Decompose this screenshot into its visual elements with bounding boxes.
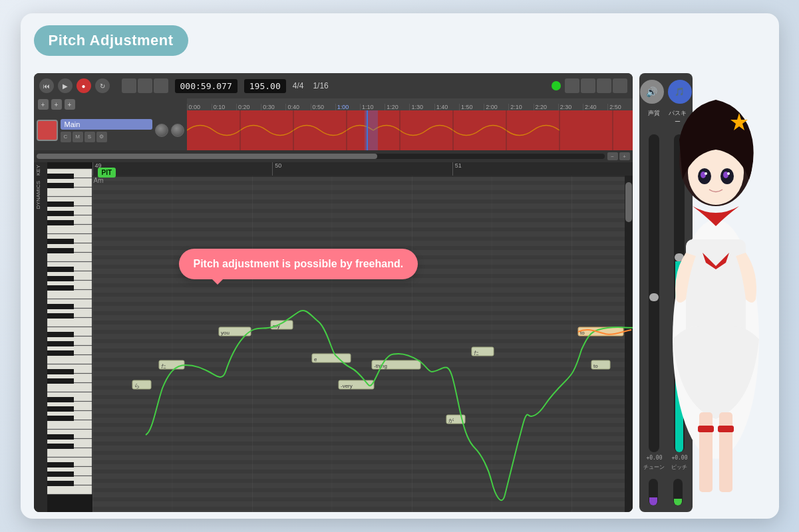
add-button-2[interactable]: + xyxy=(51,99,62,110)
svg-text:-very: -very xyxy=(341,383,353,389)
track-settings-button[interactable]: ⚙ xyxy=(96,132,107,142)
ruler-tick: 1:10 xyxy=(360,104,385,110)
tracks-area: Main C M S ⚙ xyxy=(34,110,633,150)
transport-bar: ⏮ ▶ ● ↻ 000:59.077 195.00 4/4 1/16 xyxy=(34,73,633,98)
svg-rect-70 xyxy=(47,471,74,477)
play-button[interactable]: ▶ xyxy=(58,78,73,93)
ruler-tick: 2:50 xyxy=(607,104,632,110)
ruler-tick: 2:40 xyxy=(583,104,607,110)
ruler: 0:00 0:10 0:20 0:30 0:40 0:50 1:00 1:10 … xyxy=(187,98,633,110)
svg-rect-69 xyxy=(47,462,74,467)
ruler-tick: 2:30 xyxy=(558,104,583,110)
track-header-spacer: + + + xyxy=(34,98,187,110)
svg-rect-106 xyxy=(699,412,713,492)
grid-size: 1/16 xyxy=(313,81,328,90)
pan-knob[interactable] xyxy=(171,124,184,137)
ruler-tick: 2:20 xyxy=(534,104,558,110)
svg-rect-42 xyxy=(47,448,92,457)
ruler-tick: 1:00 xyxy=(335,104,360,110)
svg-rect-52 xyxy=(47,239,74,244)
svg-rect-51 xyxy=(47,220,74,225)
ruler-tick: 1:30 xyxy=(409,104,434,110)
ruler-tick: 1:20 xyxy=(385,104,409,110)
svg-rect-50 xyxy=(47,211,74,216)
measure-labels: 49 50 51 xyxy=(92,162,633,176)
piano-roll-grid[interactable]: 49 50 51 Am PIT xyxy=(92,162,633,512)
skip-back-button[interactable]: ⏮ xyxy=(39,78,54,93)
svg-rect-48 xyxy=(47,183,74,188)
scroll-area[interactable]: − + xyxy=(34,150,633,162)
svg-rect-57 xyxy=(47,304,74,309)
add-button-3[interactable]: + xyxy=(65,99,75,110)
svg-text:to: to xyxy=(593,363,598,369)
svg-rect-18 xyxy=(47,225,92,233)
main-container: Pitch Adjustment ⏮ ▶ ● ↻ 000:59.077 195.… xyxy=(21,13,779,519)
measure-50: 50 xyxy=(272,162,452,176)
volume-knob[interactable] xyxy=(155,124,168,137)
svg-rect-55 xyxy=(47,276,74,281)
svg-rect-35 xyxy=(47,383,92,392)
track-waveform xyxy=(187,110,633,150)
loop-button[interactable]: ↻ xyxy=(95,78,110,93)
svg-rect-67 xyxy=(47,434,74,440)
svg-rect-56 xyxy=(47,285,74,291)
svg-rect-28 xyxy=(47,318,92,327)
add-track-button[interactable]: + xyxy=(38,99,49,110)
ruler-tick: 1:40 xyxy=(434,104,459,110)
anime-character xyxy=(653,73,779,512)
svg-rect-68 xyxy=(47,444,74,449)
svg-rect-58 xyxy=(47,313,74,319)
daw-area: ⏮ ▶ ● ↻ 000:59.077 195.00 4/4 1/16 xyxy=(34,73,633,512)
ruler-tick: 0:20 xyxy=(236,104,261,110)
svg-point-114 xyxy=(705,172,707,175)
playhead xyxy=(367,110,368,150)
svg-rect-14 xyxy=(47,188,92,196)
ruler-tick: 1:50 xyxy=(459,104,484,110)
svg-text:が: が xyxy=(448,418,454,424)
piano-keys[interactable]: C6 C5 C4 // Generate piano keys xyxy=(47,162,92,512)
pitch-adjustment-badge: Pitch Adjustment xyxy=(34,25,188,56)
ruler-tick: 2:10 xyxy=(508,104,533,110)
svg-rect-47 xyxy=(47,174,74,179)
svg-rect-53 xyxy=(47,248,74,253)
svg-rect-62 xyxy=(47,369,74,374)
svg-rect-54 xyxy=(47,267,74,272)
svg-rect-71 xyxy=(47,481,74,486)
piano-roll-section: KEY DYNAMICS xyxy=(34,162,633,512)
svg-rect-87 xyxy=(312,354,351,362)
svg-rect-108 xyxy=(698,426,714,432)
side-labels: KEY DYNAMICS xyxy=(34,162,47,512)
tooltip-bubble: Pitch adjustment is possible by freehand… xyxy=(179,249,418,279)
track-c-button[interactable]: C xyxy=(61,132,71,142)
svg-rect-46 xyxy=(47,485,92,494)
ruler-tick: 0:00 xyxy=(187,104,212,110)
timeline-ruler: + + + 0:00 0:10 0:20 0:30 0:40 0:50 1:00… xyxy=(34,98,633,110)
measure-49: 49 xyxy=(92,162,273,176)
time-display: 000:59.077 xyxy=(175,79,238,93)
track-name[interactable]: Main xyxy=(61,119,152,130)
track-buttons: C M S ⚙ xyxy=(61,132,152,142)
track-header: Main C M S ⚙ xyxy=(34,110,187,150)
svg-rect-60 xyxy=(47,341,74,346)
svg-rect-59 xyxy=(47,332,74,337)
svg-rect-25 xyxy=(47,290,92,299)
key-label: KEY xyxy=(34,162,47,178)
track-m-button[interactable]: M xyxy=(73,132,83,142)
svg-text:た: た xyxy=(161,363,166,369)
record-button[interactable]: ● xyxy=(77,78,91,93)
svg-rect-64 xyxy=(47,397,74,402)
track-s-button[interactable]: S xyxy=(84,132,95,142)
svg-rect-32 xyxy=(47,355,92,364)
svg-rect-109 xyxy=(718,426,734,432)
svg-point-115 xyxy=(727,172,730,175)
scroll-track[interactable] xyxy=(37,154,605,159)
ruler-tick: 0:10 xyxy=(212,104,236,110)
ruler-tick: 0:50 xyxy=(311,104,335,110)
svg-rect-49 xyxy=(47,201,74,207)
track-content[interactable] xyxy=(187,110,633,150)
scroll-thumb[interactable] xyxy=(37,154,377,159)
svg-text:you: you xyxy=(221,330,230,336)
tempo-display: 195.00 xyxy=(244,79,286,93)
time-signature: 4/4 xyxy=(293,81,304,90)
svg-text:e: e xyxy=(314,356,317,362)
